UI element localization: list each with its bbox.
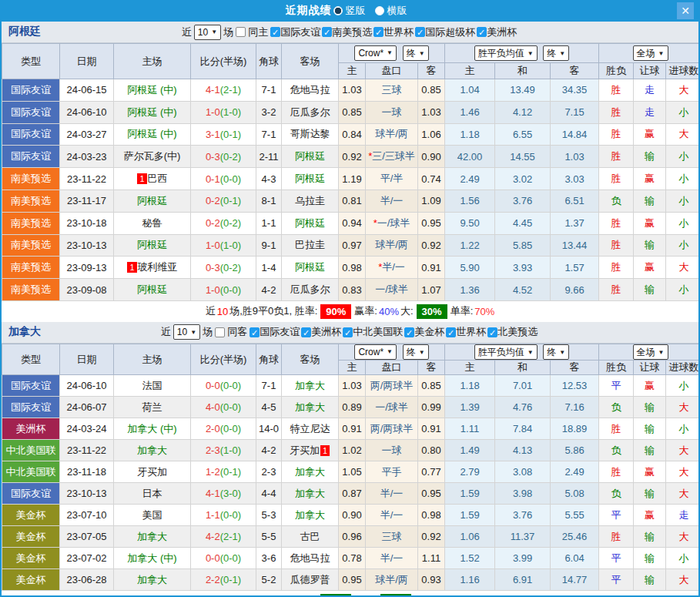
popup-title: 近期战绩 — [286, 4, 332, 18]
col-hcap-home: 主 — [339, 361, 366, 375]
final-odds-select-2[interactable]: 终▼ — [543, 344, 569, 360]
handicap-home-odds: 0.78 — [339, 548, 366, 569]
col-score: 比分(半场) — [191, 344, 256, 375]
competition-checkbox[interactable]: ✓ — [250, 327, 260, 337]
halftime-score: (0-0) — [220, 173, 241, 185]
competition-label: 中北美国联 — [353, 325, 403, 339]
col-away: 客场 — [282, 44, 339, 79]
wdl-mean-select[interactable]: 胜平负均值▼ — [474, 344, 538, 360]
mean-draw-odds: 4.52 — [495, 279, 551, 301]
chevron-down-icon: ▼ — [419, 349, 425, 356]
corner-score: 5-2 — [256, 569, 282, 591]
final-odds-select[interactable]: 终▼ — [403, 45, 429, 61]
result-goals: 小 — [666, 101, 700, 123]
competition-checkbox[interactable]: ✓ — [404, 327, 414, 337]
result-handicap: 输 — [634, 234, 666, 257]
full-match-select[interactable]: 全场▼ — [633, 45, 668, 61]
home-team: 阿根廷 — [114, 234, 191, 257]
match-type-badge: 中北美国联 — [2, 461, 60, 483]
handicap-home-odds: 0.96 — [339, 526, 366, 548]
handicap-home-odds: 1.03 — [339, 375, 366, 397]
result-wdl: 负 — [599, 440, 634, 461]
handicap-line: 半/一 — [366, 483, 418, 505]
result-handicap: 赢 — [634, 212, 666, 234]
mean-home-odds: 1.18 — [445, 375, 495, 397]
mean-draw-odds: 5.85 — [495, 234, 551, 257]
horizontal-layout-radio[interactable] — [375, 6, 384, 15]
chevron-down-icon: ▼ — [559, 349, 565, 356]
same-venue-checkbox[interactable] — [236, 27, 246, 37]
corner-score: 5-5 — [256, 526, 282, 548]
close-icon[interactable]: ✕ — [677, 2, 694, 19]
full-match-select[interactable]: 全场▼ — [633, 344, 668, 360]
same-venue-checkbox[interactable] — [215, 327, 225, 337]
chevron-down-icon: ▼ — [387, 348, 393, 355]
matches-label: 场 — [203, 325, 213, 339]
home-team: 加拿大 (中) — [114, 418, 191, 440]
mean-away-odds: 14.77 — [551, 569, 599, 591]
recent-count-select[interactable]: 10▼ — [173, 324, 200, 340]
home-team: 牙买加 — [114, 461, 191, 483]
halftime-score: (1-0) — [220, 444, 241, 456]
team-label: 危地马拉 — [290, 552, 330, 564]
mean-away-odds: 1.57 — [551, 257, 599, 279]
final-odds-select[interactable]: 终▼ — [403, 344, 429, 360]
result-goals: 大 — [666, 569, 700, 591]
wdl-mean-select[interactable]: 胜平负均值▼ — [474, 45, 538, 61]
fulltime-score: 0-0 — [206, 380, 220, 391]
match-row: 国际友谊23-10-13日本4-1(3-0)4-4加拿大0.87半/一0.951… — [2, 483, 700, 505]
corner-score: 4-4 — [256, 483, 282, 505]
mean-draw-odds: 7.84 — [495, 418, 551, 440]
competition-checkbox[interactable]: ✓ — [322, 27, 332, 37]
match-date: 23-06-28 — [60, 569, 114, 591]
match-row: 国际友谊24-06-07荷兰4-0(0-0)4-5加拿大0.89一/球半0.99… — [2, 397, 700, 418]
competition-checkbox[interactable]: ✓ — [373, 27, 383, 37]
match-type-badge: 南美预选 — [2, 189, 60, 212]
match-date: 23-09-08 — [60, 279, 114, 301]
match-row: 南美预选23-11-17阿根廷0-2(0-1)8-1乌拉圭0.81半/一1.09… — [2, 189, 700, 212]
match-score: 4-1(3-0) — [191, 483, 256, 505]
mean-group-header: 胜平负均值▼ 终▼ — [445, 344, 599, 361]
col-hcap-away: 客 — [418, 63, 445, 79]
handicap-line-label: 平/半 — [380, 173, 404, 184]
team-label: 危地马拉 — [290, 84, 330, 96]
bookmaker-select[interactable]: Crow*▼ — [354, 45, 397, 61]
competition-checkbox[interactable]: ✓ — [415, 27, 425, 37]
vertical-layout-radio[interactable] — [333, 6, 343, 15]
competition-checkbox[interactable]: ✓ — [446, 327, 456, 337]
competition-checkbox[interactable]: ✓ — [301, 327, 311, 337]
away-team: 阿根廷 — [282, 212, 339, 234]
recent-count-select[interactable]: 10▼ — [194, 25, 221, 40]
col-date: 日期 — [60, 344, 114, 375]
handicap-line-label: 球半/两 — [375, 128, 408, 139]
handicap-away-odds: 1.11 — [418, 548, 445, 569]
competition-checkbox[interactable]: ✓ — [270, 27, 280, 37]
match-date: 23-10-13 — [60, 483, 114, 505]
mean-draw-odds: 4.12 — [495, 101, 551, 123]
bookmaker-select[interactable]: Crow*▼ — [354, 344, 397, 360]
result-goals: 大 — [666, 123, 700, 146]
results-table-1: 类型 日期 主场 比分(半场) 角球 客场 Crow*▼ 终▼ 胜平负均值▼ 终… — [2, 344, 700, 592]
col-date: 日期 — [60, 44, 114, 79]
away-team: 阿根廷 — [282, 168, 339, 190]
handicap-home-odds: 0.89 — [339, 397, 366, 418]
result-handicap: 输 — [634, 418, 666, 440]
match-type-badge: 美金杯 — [2, 569, 60, 591]
match-score: 4-1(2-1) — [191, 79, 256, 102]
competition-checkbox[interactable]: ✓ — [487, 327, 497, 337]
competition-checkbox[interactable]: ✓ — [477, 27, 487, 37]
home-team: 加拿大 — [114, 440, 191, 461]
handicap-away-odds: 0.80 — [418, 440, 445, 461]
halftime-score: (3-0) — [220, 488, 241, 499]
vertical-layout-label: 竖版 — [346, 4, 366, 18]
competition-checkbox[interactable]: ✓ — [343, 327, 353, 337]
recent-results-popup: 近期战绩 竖版 横版 ✕ 阿根廷 近 10▼ 场 同主 ✓国际友谊✓南美预选✓世… — [0, 0, 700, 597]
handicap-line-label: 平手 — [382, 466, 402, 478]
match-date: 23-11-22 — [60, 440, 114, 461]
result-wdl: 胜 — [599, 101, 634, 123]
match-row: 南美预选23-09-131玻利维亚0-3(0-2)1-4阿根廷0.98*半/一0… — [2, 257, 700, 279]
final-odds-select-2[interactable]: 终▼ — [543, 45, 569, 61]
handicap-home-odds: 0.81 — [339, 189, 366, 212]
col-hcap-line: 盘口 — [366, 63, 418, 79]
match-row: 国际友谊24-03-23萨尔瓦多(中)0-3(0-2)2-11阿根廷0.92*三… — [2, 146, 700, 168]
